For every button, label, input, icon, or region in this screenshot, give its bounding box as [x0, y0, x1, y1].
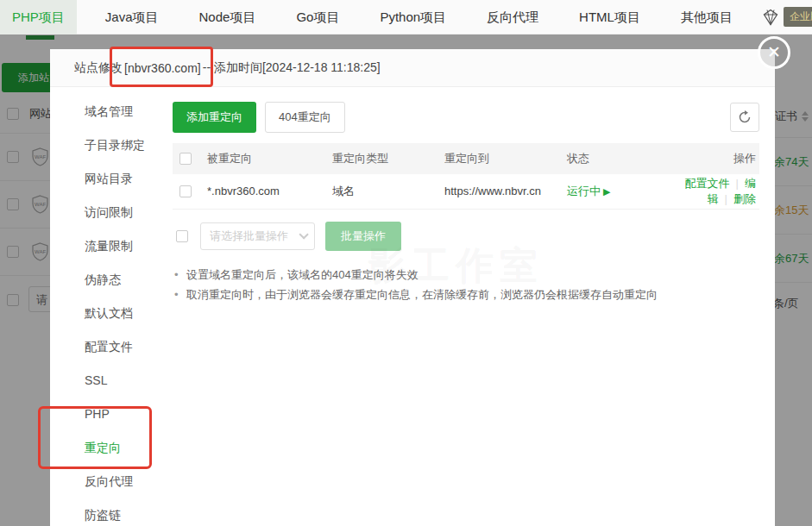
- table-header-row: 被重定向 重定向类型 重定向到 状态 操作: [173, 143, 759, 174]
- sidebar-item-subdir-bind[interactable]: 子目录绑定: [50, 128, 158, 162]
- redirect-panel: 添加重定向 404重定向 被重定向 重定向类型 重定向到 状: [158, 87, 775, 526]
- sidebar-item-access-limit[interactable]: 访问限制: [50, 196, 158, 229]
- close-icon[interactable]: ✕: [758, 36, 790, 69]
- table-row: *.nbvr360.com 域名 https://www.nbvr.cn 运行中…: [173, 174, 759, 209]
- batch-select-placeholder: 请选择批量操作: [210, 229, 288, 244]
- dialog-title-prefix: 站点修改: [74, 60, 123, 76]
- redirect-404-button[interactable]: 404重定向: [265, 102, 345, 133]
- sidebar-item-site-dir[interactable]: 网站目录: [50, 162, 158, 196]
- nav-right-area: 企业版 安: [761, 0, 812, 34]
- enterprise-badge[interactable]: 企业版: [784, 7, 812, 27]
- sidebar-item-pseudo-static[interactable]: 伪静态: [50, 263, 158, 297]
- sidebar-item-anti-leech[interactable]: 防盗链: [50, 498, 158, 526]
- redirect-source: *.nbvr360.com: [204, 174, 329, 209]
- tab-node[interactable]: Node项目: [187, 0, 268, 34]
- batch-operation-button[interactable]: 批量操作: [325, 222, 401, 251]
- sidebar-item-traffic-limit[interactable]: 流量限制: [50, 229, 158, 263]
- col-header-actions: 操作: [658, 143, 759, 174]
- col-header-source: 被重定向: [204, 143, 329, 174]
- chevron-down-icon: [299, 229, 308, 239]
- col-header-target: 重定向到: [441, 143, 563, 174]
- redirect-type: 域名: [329, 174, 441, 209]
- dialog-sidebar: 域名管理 子目录绑定 网站目录 访问限制 流量限制 伪静态 默认文档 配置文件 …: [50, 87, 158, 526]
- sidebar-item-default-doc[interactable]: 默认文档: [50, 297, 158, 330]
- tab-reverse-proxy[interactable]: 反向代理: [475, 0, 551, 34]
- col-header-status: 状态: [563, 143, 658, 174]
- tip-item: 取消重定向时，由于浏览器会缓存重定向信息，在清除缓存前，浏览器仍会根据缓存自动重…: [173, 285, 759, 304]
- redirect-table: 被重定向 重定向类型 重定向到 状态 操作 *.nbvr360.com 域名 h…: [173, 143, 759, 210]
- tip-item: 设置域名重定向后，该域名的404重定向将失效: [173, 265, 759, 285]
- redirect-target: https://www.nbvr.cn: [441, 174, 563, 209]
- sidebar-item-domain-manage[interactable]: 域名管理: [50, 95, 158, 128]
- status-badge: 运行中▶: [567, 185, 610, 197]
- site-modify-dialog: 站点修改[nbvr360.com] -- 添加时间[2024-12-18 11:…: [50, 49, 775, 526]
- diamond-icon: [761, 8, 780, 27]
- delete-link[interactable]: 删除: [733, 192, 756, 205]
- play-icon: ▶: [603, 186, 610, 197]
- add-redirect-button[interactable]: 添加重定向: [173, 102, 256, 133]
- dialog-title: 站点修改[nbvr360.com] -- 添加时间[2024-12-18 11:…: [50, 49, 775, 87]
- tab-java[interactable]: Java项目: [93, 0, 171, 34]
- tab-other[interactable]: 其他项目: [669, 0, 745, 34]
- sidebar-item-redirect[interactable]: 重定向: [50, 431, 158, 465]
- col-header-type: 重定向类型: [329, 143, 441, 174]
- tab-php[interactable]: PHP项目: [0, 0, 77, 34]
- tab-go[interactable]: Go项目: [284, 0, 351, 34]
- batch-checkbox[interactable]: [176, 230, 188, 242]
- top-nav: PHP项目 Java项目 Node项目 Go项目 Python项目 反向代理 H…: [0, 0, 812, 34]
- sidebar-item-config-file[interactable]: 配置文件: [50, 330, 158, 364]
- tab-python[interactable]: Python项目: [368, 0, 458, 34]
- sidebar-item-reverse-proxy[interactable]: 反向代理: [50, 465, 158, 498]
- dialog-title-domain: [nbvr360.com]: [123, 61, 203, 75]
- batch-operation-row: 请选择批量操作 批量操作: [173, 222, 759, 251]
- row-checkbox[interactable]: [179, 185, 192, 197]
- tips-list: 设置域名重定向后，该域名的404重定向将失效 取消重定向时，由于浏览器会缓存重定…: [173, 265, 759, 304]
- select-all-checkbox[interactable]: [179, 153, 192, 165]
- config-file-link[interactable]: 配置文件: [685, 177, 730, 190]
- dialog-title-suffix: -- 添加时间[2024-12-18 11:18:25]: [203, 60, 381, 76]
- batch-operation-select[interactable]: 请选择批量操作: [200, 222, 315, 250]
- refresh-button[interactable]: [730, 103, 759, 132]
- sidebar-item-ssl[interactable]: SSL: [50, 364, 158, 398]
- tab-html[interactable]: HTML项目: [567, 0, 652, 34]
- sidebar-item-php[interactable]: PHP: [50, 398, 158, 431]
- refresh-icon: [738, 110, 752, 124]
